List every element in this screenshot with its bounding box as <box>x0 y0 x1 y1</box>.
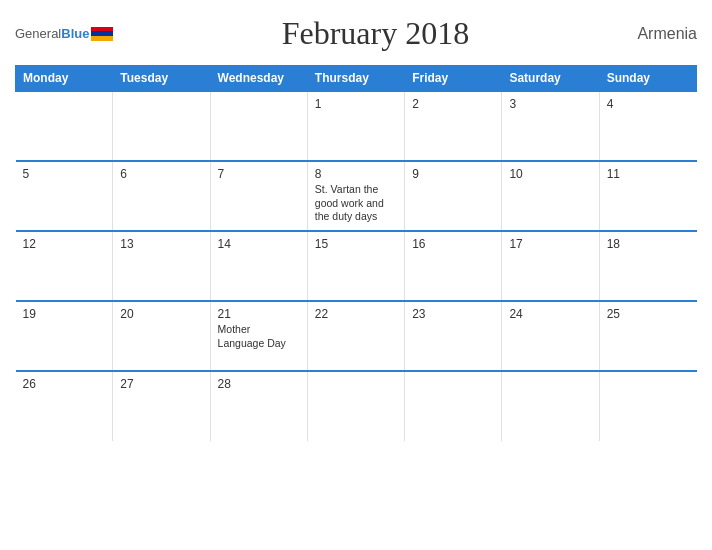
calendar-day-cell <box>502 371 599 441</box>
day-number: 27 <box>120 377 202 391</box>
weekday-header: Sunday <box>599 66 696 92</box>
day-number: 8 <box>315 167 397 181</box>
calendar-day-cell: 3 <box>502 91 599 161</box>
calendar-day-cell: 28 <box>210 371 307 441</box>
day-number: 12 <box>23 237 106 251</box>
day-number: 21 <box>218 307 300 321</box>
calendar-header: MondayTuesdayWednesdayThursdayFridaySatu… <box>16 66 697 92</box>
calendar-week-row: 262728 <box>16 371 697 441</box>
calendar-week-row: 12131415161718 <box>16 231 697 301</box>
month-title: February 2018 <box>282 15 470 52</box>
logo-text: GeneralBlue <box>15 26 89 41</box>
day-number: 15 <box>315 237 397 251</box>
calendar-day-cell: 14 <box>210 231 307 301</box>
calendar-day-cell <box>599 371 696 441</box>
weekday-header: Friday <box>405 66 502 92</box>
armenia-flag-icon <box>91 27 113 41</box>
day-number: 19 <box>23 307 106 321</box>
calendar-day-cell: 1 <box>307 91 404 161</box>
day-number: 2 <box>412 97 494 111</box>
calendar-day-cell: 15 <box>307 231 404 301</box>
day-number: 23 <box>412 307 494 321</box>
weekday-header: Tuesday <box>113 66 210 92</box>
calendar-day-cell: 22 <box>307 301 404 371</box>
calendar-day-cell <box>16 91 113 161</box>
day-number: 14 <box>218 237 300 251</box>
weekday-header: Wednesday <box>210 66 307 92</box>
calendar-day-cell: 17 <box>502 231 599 301</box>
calendar-day-cell <box>113 91 210 161</box>
calendar-day-cell: 21Mother Language Day <box>210 301 307 371</box>
day-number: 10 <box>509 167 591 181</box>
calendar-day-cell: 10 <box>502 161 599 231</box>
day-number: 4 <box>607 97 690 111</box>
calendar-day-cell <box>405 371 502 441</box>
calendar-day-cell: 9 <box>405 161 502 231</box>
calendar-day-cell: 26 <box>16 371 113 441</box>
day-number: 25 <box>607 307 690 321</box>
weekday-header: Thursday <box>307 66 404 92</box>
day-number: 7 <box>218 167 300 181</box>
calendar-day-cell: 25 <box>599 301 696 371</box>
calendar-day-cell: 16 <box>405 231 502 301</box>
day-number: 26 <box>23 377 106 391</box>
day-number: 20 <box>120 307 202 321</box>
country-label: Armenia <box>637 25 697 43</box>
day-number: 13 <box>120 237 202 251</box>
calendar-day-cell: 20 <box>113 301 210 371</box>
calendar-week-row: 1234 <box>16 91 697 161</box>
day-number: 9 <box>412 167 494 181</box>
day-number: 3 <box>509 97 591 111</box>
calendar-day-cell <box>307 371 404 441</box>
day-number: 22 <box>315 307 397 321</box>
day-number: 16 <box>412 237 494 251</box>
calendar-day-cell <box>210 91 307 161</box>
calendar-page: GeneralBlue February 2018 Armenia Monday… <box>0 0 712 550</box>
calendar-day-cell: 5 <box>16 161 113 231</box>
calendar-day-cell: 18 <box>599 231 696 301</box>
calendar-table: MondayTuesdayWednesdayThursdayFridaySatu… <box>15 65 697 441</box>
calendar-day-cell: 8St. Vartan the good work and the duty d… <box>307 161 404 231</box>
calendar-day-cell: 11 <box>599 161 696 231</box>
calendar-day-cell: 23 <box>405 301 502 371</box>
holiday-label: Mother Language Day <box>218 323 300 350</box>
calendar-day-cell: 12 <box>16 231 113 301</box>
calendar-day-cell: 13 <box>113 231 210 301</box>
day-number: 18 <box>607 237 690 251</box>
day-number: 28 <box>218 377 300 391</box>
calendar-day-cell: 2 <box>405 91 502 161</box>
calendar-day-cell: 19 <box>16 301 113 371</box>
calendar-day-cell: 6 <box>113 161 210 231</box>
calendar-day-cell: 24 <box>502 301 599 371</box>
calendar-day-cell: 4 <box>599 91 696 161</box>
day-number: 1 <box>315 97 397 111</box>
calendar-week-row: 192021Mother Language Day22232425 <box>16 301 697 371</box>
calendar-day-cell: 27 <box>113 371 210 441</box>
holiday-label: St. Vartan the good work and the duty da… <box>315 183 397 224</box>
header: GeneralBlue February 2018 Armenia <box>15 10 697 57</box>
calendar-week-row: 5678St. Vartan the good work and the dut… <box>16 161 697 231</box>
weekday-header: Monday <box>16 66 113 92</box>
day-number: 17 <box>509 237 591 251</box>
day-number: 24 <box>509 307 591 321</box>
logo: GeneralBlue <box>15 26 113 41</box>
day-number: 11 <box>607 167 690 181</box>
calendar-body: 12345678St. Vartan the good work and the… <box>16 91 697 441</box>
weekday-header: Saturday <box>502 66 599 92</box>
calendar-day-cell: 7 <box>210 161 307 231</box>
day-number: 6 <box>120 167 202 181</box>
day-number: 5 <box>23 167 106 181</box>
weekday-header-row: MondayTuesdayWednesdayThursdayFridaySatu… <box>16 66 697 92</box>
